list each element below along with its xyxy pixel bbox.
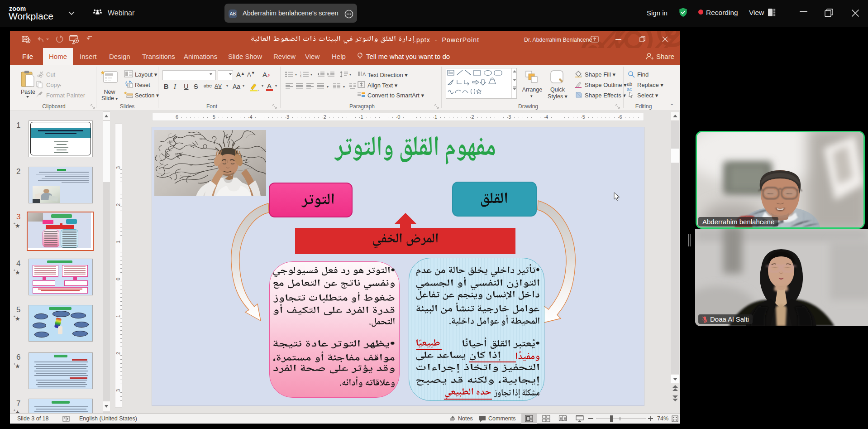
svg-text:≈∆: ≈∆ (190, 164, 194, 167)
svg-text:A: A (362, 72, 366, 77)
svg-text:8¶№: 8¶№ (175, 153, 182, 156)
svg-text:3: 3 (300, 76, 301, 77)
svg-text:w∞h: w∞h (199, 137, 206, 140)
svg-text:A: A (262, 71, 267, 78)
